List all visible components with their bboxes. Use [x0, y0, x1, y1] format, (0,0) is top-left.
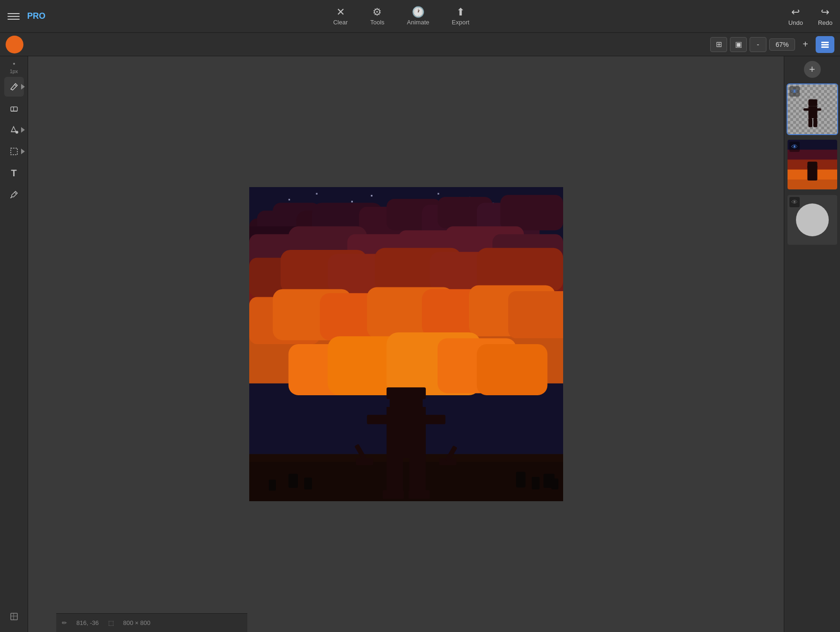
svg-rect-98 — [813, 118, 817, 127]
tools-tool[interactable]: ⚙ Tools — [370, 7, 384, 26]
animate-icon: 🕐 — [412, 7, 424, 17]
status-bar: ✏ 816, -36 ⬚ 800 × 800 — [56, 613, 247, 632]
export-label: Export — [452, 19, 469, 26]
svg-rect-93 — [808, 99, 817, 106]
clear-icon: ✕ — [336, 7, 345, 17]
pen-tool[interactable] — [4, 77, 24, 97]
svg-rect-76 — [532, 477, 540, 489]
main-area: 1px — [0, 56, 840, 632]
dimensions-icon: ⬚ — [108, 619, 114, 626]
redo-button[interactable]: ↪ Redo — [818, 6, 833, 26]
app-title: PRO — [27, 11, 45, 21]
size-label: 1px — [10, 68, 18, 74]
select-icon — [9, 146, 19, 157]
coordinates-display: 816, -36 — [76, 619, 99, 626]
animate-label: Animate — [407, 19, 430, 26]
svg-rect-28 — [438, 193, 439, 195]
color-swatch[interactable] — [6, 36, 23, 53]
menu-button[interactable] — [7, 10, 22, 23]
select-tool[interactable] — [4, 142, 24, 161]
size-dot — [13, 63, 15, 65]
export-tool[interactable]: ⬆ Export — [452, 7, 469, 26]
clear-label: Clear — [333, 19, 348, 26]
grid-view-button[interactable]: ⊞ — [710, 37, 727, 52]
fill-icon — [9, 125, 19, 135]
svg-rect-91 — [382, 490, 403, 499]
second-bar: ⊞ ▣ - 67% + — [0, 33, 840, 56]
pen-arrow — [21, 84, 25, 90]
svg-rect-2 — [821, 46, 829, 48]
svg-rect-75 — [516, 472, 525, 488]
svg-rect-94 — [808, 106, 817, 118]
layer-3-eye[interactable]: 👁 — [789, 197, 800, 207]
svg-rect-84 — [424, 415, 445, 424]
svg-rect-9 — [11, 148, 17, 155]
svg-rect-90 — [409, 457, 425, 492]
svg-rect-82 — [387, 387, 426, 399]
menu-section: PRO — [7, 10, 64, 23]
zoom-plus-button[interactable]: + — [798, 37, 813, 52]
export-icon: ⬆ — [456, 7, 465, 17]
svg-rect-70 — [476, 344, 547, 395]
fill-tool[interactable] — [4, 120, 24, 140]
layer-item-3[interactable]: 👁 — [787, 194, 838, 246]
svg-rect-4 — [11, 107, 17, 111]
center-tools: ✕ Clear ⚙ Tools 🕐 Animate ⬆ Export — [64, 7, 739, 26]
layers-icon — [820, 39, 830, 50]
svg-rect-103 — [788, 180, 837, 189]
pen-icon — [9, 82, 19, 92]
svg-rect-85 — [356, 458, 373, 465]
single-view-button[interactable]: ▣ — [730, 37, 747, 52]
svg-rect-92 — [409, 490, 430, 499]
eyedropper-icon — [9, 189, 19, 200]
top-bar: PRO ✕ Clear ⚙ Tools 🕐 Animate ⬆ Export ↩… — [0, 0, 840, 33]
right-tools: ↩ Undo ↪ Redo — [739, 6, 833, 26]
svg-rect-73 — [288, 474, 297, 488]
svg-rect-89 — [387, 457, 403, 492]
brush-icon: ✏ — [62, 619, 67, 626]
view-controls: ⊞ ▣ - 67% + — [710, 36, 834, 53]
redo-label: Redo — [818, 19, 833, 26]
svg-rect-15 — [288, 199, 290, 200]
right-panel: + 👁 — [784, 56, 840, 632]
layer-2-eye[interactable]: 👁 — [789, 142, 800, 152]
svg-rect-31 — [316, 193, 317, 195]
layer-item-2[interactable]: 👁 — [787, 139, 838, 190]
crop-tool[interactable] — [4, 607, 24, 626]
svg-rect-17 — [371, 195, 372, 196]
fill-arrow — [21, 127, 25, 133]
svg-rect-96 — [815, 108, 821, 111]
svg-rect-0 — [821, 42, 829, 43]
tools-label: Tools — [370, 19, 384, 26]
svg-rect-83 — [367, 415, 388, 424]
canvas-area[interactable]: ✏ 816, -36 ⬚ 800 × 800 — [28, 56, 784, 632]
redo-icon: ↪ — [821, 6, 829, 18]
zoom-display[interactable]: 67% — [769, 38, 795, 51]
svg-rect-57 — [476, 248, 563, 291]
select-arrow — [21, 149, 25, 154]
eyedropper-tool[interactable] — [4, 185, 24, 204]
text-tool[interactable]: T — [4, 163, 24, 183]
svg-rect-11 — [11, 613, 17, 620]
eraser-icon — [9, 103, 19, 113]
artwork-svg — [249, 187, 563, 501]
zoom-minus-button[interactable]: - — [750, 37, 766, 52]
eraser-tool[interactable] — [4, 98, 24, 118]
svg-rect-1 — [821, 44, 829, 45]
crop-icon — [9, 611, 19, 622]
animate-tool[interactable]: 🕐 Animate — [407, 7, 430, 26]
svg-point-7 — [15, 131, 18, 134]
svg-rect-79 — [551, 478, 558, 489]
clear-tool[interactable]: ✕ Clear — [333, 7, 348, 26]
layers-button[interactable] — [816, 36, 834, 53]
svg-rect-65 — [508, 291, 563, 339]
undo-button[interactable]: ↩ Undo — [788, 6, 803, 26]
layer-1-eye[interactable]: 👁 — [789, 86, 800, 97]
tools-icon: ⚙ — [372, 7, 382, 17]
svg-rect-78 — [268, 480, 275, 490]
svg-rect-95 — [803, 108, 809, 111]
layer-item-1[interactable]: 👁 — [787, 83, 838, 135]
add-layer-button[interactable]: + — [804, 61, 821, 78]
svg-line-10 — [15, 192, 16, 194]
pixel-canvas[interactable] — [249, 187, 563, 501]
